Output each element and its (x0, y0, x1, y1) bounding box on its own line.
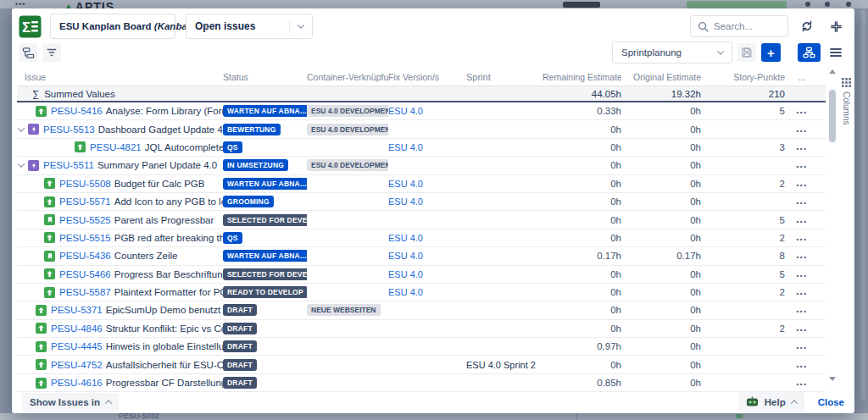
status-badge[interactable]: READY TO DEVELOP (223, 286, 307, 298)
status-badge[interactable]: DRAFT (223, 359, 257, 371)
issue-key-link[interactable]: PESU-5436 (59, 251, 111, 261)
column-header-issue[interactable]: Issue (17, 72, 223, 82)
table-scrollbar[interactable] (827, 68, 837, 383)
expand-chevron-icon[interactable] (19, 127, 28, 132)
row-actions-button[interactable]: ••• (785, 269, 819, 279)
fix-version-link[interactable]: ESU 4.0 (388, 106, 423, 116)
list-view-button[interactable] (826, 42, 846, 63)
issue-key-link[interactable]: PESU-5525 (59, 215, 111, 225)
saved-view-select[interactable]: Sprintplanung (612, 41, 732, 64)
status-badge[interactable]: SELECTED FOR DEVE... (223, 214, 307, 226)
column-header-story-points[interactable]: Story-Punkte (701, 72, 785, 82)
column-header-sprint[interactable]: Sprint (456, 72, 542, 82)
row-actions-button[interactable]: ••• (785, 196, 819, 207)
row-actions-button[interactable]: ••• (785, 179, 819, 189)
table-row[interactable]: PESU-5515 PGB red after breaking the bud… (17, 229, 826, 247)
table-row[interactable]: PESU-5571 Add Icon to any PGB to let use… (17, 193, 826, 211)
row-actions-button[interactable]: ••• (785, 378, 819, 388)
fullscreen-toggle-button[interactable] (826, 16, 846, 36)
show-issues-in-button[interactable]: Show Issues in (22, 393, 119, 412)
issue-key-link[interactable]: PESU-5515 (59, 233, 111, 243)
table-row[interactable]: PESU-4752 Ausfallsicherheit für ESU-Clou… (17, 356, 826, 373)
issue-key-link[interactable]: PESU-5466 (59, 269, 111, 279)
table-row[interactable]: PESU-4846 Struktur Konflikt: Epic vs Con… (17, 320, 826, 338)
issue-key-link[interactable]: PESU-5571 (59, 196, 111, 207)
columns-panel-tab[interactable]: Columns (837, 76, 854, 124)
row-actions-button[interactable]: ••• (785, 215, 819, 225)
row-actions-button[interactable]: ••• (785, 124, 819, 135)
search-input[interactable] (714, 21, 773, 31)
row-actions-button[interactable]: ••• (785, 323, 819, 334)
status-badge[interactable]: IN UMSETZUNG (223, 159, 288, 171)
close-button[interactable]: Close (818, 397, 844, 407)
refresh-button[interactable] (797, 16, 817, 36)
scroll-down-arrow[interactable] (829, 377, 836, 381)
add-view-button[interactable]: + (761, 43, 781, 62)
row-actions-button[interactable]: ••• (785, 251, 819, 261)
column-header-status[interactable]: Status (223, 72, 307, 82)
row-actions-button[interactable]: ••• (785, 106, 819, 116)
issue-key-link[interactable]: PESU-5587 (59, 287, 111, 297)
table-row[interactable]: PESU-5436 Counters Zeile WARTEN AUF ABNA… (17, 247, 826, 265)
row-actions-button[interactable]: ••• (785, 287, 819, 297)
table-row[interactable]: PESU-5587 Plaintext Formatter for PGB la… (17, 284, 826, 301)
column-header-container[interactable]: Container-Verknüpfung (307, 72, 388, 82)
status-badge[interactable]: DRAFT (223, 377, 257, 389)
board-select[interactable]: ESU Kanplan Board (Kanban) (50, 14, 175, 39)
status-badge[interactable]: BEWERTUNG (223, 124, 281, 135)
issue-key-link[interactable]: PESU-4616 (51, 378, 103, 388)
table-row[interactable]: PESU-5513 Dashboard Gadget Update 4.0 BE… (17, 120, 826, 138)
scroll-up-arrow[interactable] (829, 69, 836, 74)
issue-key-link[interactable]: PESU-5511 (43, 160, 94, 170)
issue-key-link[interactable]: PESU-4445 (51, 341, 103, 351)
row-actions-button[interactable]: ••• (785, 341, 819, 351)
status-badge[interactable]: DRAFT (223, 304, 257, 316)
table-row[interactable]: PESU-5508 Budget für Calc PGB WARTEN AUF… (17, 175, 826, 193)
scrollbar-thumb[interactable] (829, 90, 836, 142)
column-header-more[interactable]: ... (785, 72, 819, 82)
status-badge[interactable]: WARTEN AUF ABNA... (223, 105, 307, 117)
status-badge[interactable]: GROOMING (223, 196, 274, 207)
fix-version-link[interactable]: ESU 4.0 (388, 196, 423, 207)
table-row[interactable]: PESU-4821 JQL Autocomplete Feld für Dash… (17, 139, 826, 157)
fix-version-link[interactable]: ESU 4.0 (388, 142, 423, 152)
issue-key-link[interactable]: PESU-5508 (59, 179, 111, 189)
row-actions-button[interactable]: ••• (785, 360, 819, 370)
fix-version-link[interactable]: ESU 4.0 (388, 233, 423, 243)
row-actions-button[interactable]: ••• (785, 233, 819, 243)
fix-version-link[interactable]: ESU 4.0 (388, 287, 423, 297)
issue-key-link[interactable]: PESU-4821 (90, 142, 142, 152)
group-by-button[interactable] (19, 43, 37, 62)
fix-version-link[interactable]: ESU 4.0 (388, 269, 423, 279)
table-row[interactable]: PESU-4616 Progressbar CF Darstellung anp… (17, 374, 826, 392)
row-actions-button[interactable]: ••• (785, 142, 819, 152)
expand-chevron-icon[interactable] (19, 163, 28, 168)
filter-button[interactable] (42, 43, 61, 62)
table-row[interactable]: PESU-5416 Analyse: Form Library (Formik)… (17, 102, 826, 120)
issue-key-link[interactable]: PESU-4752 (51, 360, 103, 370)
status-badge[interactable]: WARTEN AUF ABNA... (223, 250, 307, 262)
status-badge[interactable]: SELECTED FOR DEVE... (223, 268, 307, 280)
table-row[interactable]: PESU-5511 Summary Panel Update 4.0 IN UM… (17, 157, 826, 174)
fix-version-link[interactable]: ESU 4.0 (388, 179, 423, 189)
column-header-fix-version[interactable]: Fix Version/s (388, 72, 456, 82)
table-row[interactable]: PESU-5525 Parent als Progressbar SELECTE… (17, 211, 826, 229)
status-badge[interactable]: QS (223, 232, 242, 244)
row-actions-button[interactable]: ••• (785, 160, 819, 170)
help-button[interactable]: Help (738, 392, 804, 412)
table-row[interactable]: PESU-5371 EpicSumUp Demo benutzt nicht d… (17, 301, 826, 319)
status-badge[interactable]: DRAFT (223, 323, 257, 334)
search-box[interactable] (690, 15, 788, 37)
fix-version-link[interactable]: ESU 4.0 (388, 251, 423, 261)
issue-key-link[interactable]: PESU-4846 (51, 323, 103, 334)
save-view-button[interactable] (737, 43, 756, 62)
status-badge[interactable]: WARTEN AUF ABNA... (223, 178, 307, 190)
column-header-remaining[interactable]: Remaining Estimate (542, 72, 621, 82)
column-header-original[interactable]: Original Estimate (621, 72, 701, 82)
issue-key-link[interactable]: PESU-5416 (51, 106, 103, 116)
table-row[interactable]: PESU-5466 Progress Bar Beschriftung und … (17, 266, 826, 284)
status-badge[interactable]: DRAFT (223, 340, 257, 352)
issue-key-link[interactable]: PESU-5513 (43, 124, 95, 135)
status-badge[interactable]: QS (223, 141, 242, 153)
structure-view-button[interactable] (798, 43, 821, 62)
